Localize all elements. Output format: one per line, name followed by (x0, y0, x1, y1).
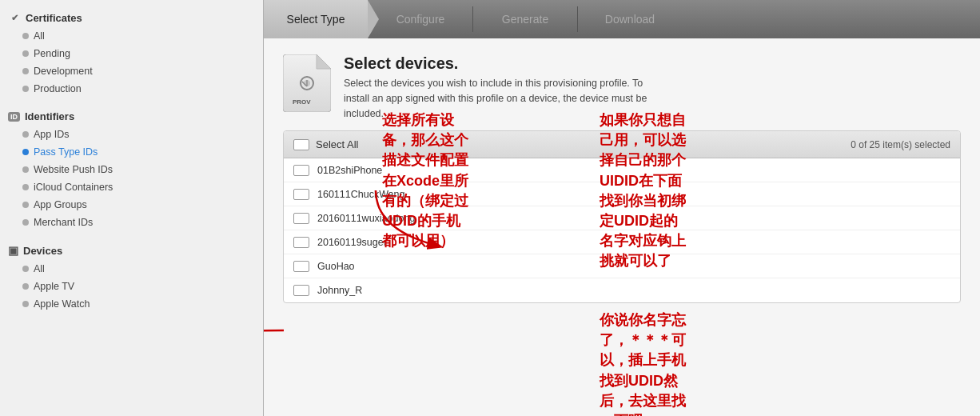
bullet-icon (22, 266, 29, 272)
device-icon: ▣ (8, 244, 18, 257)
table-header: Select All 0 of 25 item(s) selected (284, 131, 960, 158)
content-inner: PROV Select devices. Select the devices … (264, 38, 980, 416)
certificates-section: ✔ Certificates (0, 6, 263, 27)
svg-text:PROV: PROV (293, 98, 311, 106)
bullet-icon (22, 33, 29, 39)
identifiers-section: ID Identifiers (0, 106, 263, 126)
devices-section: ▣ Devices (0, 239, 263, 260)
bullet-icon (22, 301, 29, 307)
step-download[interactable]: Download (578, 0, 682, 38)
main-content: Select Type Configure Generate Download (264, 0, 980, 416)
sidebar-item-development[interactable]: Development (0, 62, 263, 80)
bullet-icon (22, 166, 29, 173)
device-name: 20160111wuxiaodong (317, 213, 415, 224)
provisioning-file-icon: PROV (283, 54, 331, 112)
sidebar-item-merchant-ids[interactable]: Merchant IDs (0, 214, 263, 231)
bullet-icon (22, 202, 29, 208)
step-configure-label: Configure (396, 13, 445, 26)
item-count-label: 0 of 25 item(s) selected (851, 139, 950, 150)
select-all-checkbox[interactable] (293, 139, 309, 150)
sidebar-item-pass-type-ids[interactable]: Pass Type IDs (0, 143, 263, 161)
step-download-label: Download (605, 13, 655, 26)
page-header-text: Select devices. Select the devices you w… (344, 54, 647, 121)
page-title: Select devices. (344, 54, 647, 73)
sidebar-item-website-push-ids[interactable]: Website Push IDs (0, 161, 263, 178)
sidebar-item-pending[interactable]: Pending (0, 45, 263, 62)
device-name: Johnny_R (317, 285, 362, 296)
sidebar-item-app-groups[interactable]: App Groups (0, 196, 263, 214)
sidebar-item-apple-tv[interactable]: Apple TV (0, 278, 263, 295)
bullet-icon (22, 131, 29, 138)
table-row[interactable]: Johnny_R (284, 278, 960, 302)
device-name: 01B2shiPhone (317, 165, 382, 176)
table-row[interactable]: 20160111wuxiaodong (284, 206, 960, 230)
certificate-icon: ✔ (8, 11, 21, 24)
table-row[interactable]: GuoHao (284, 254, 960, 278)
row-checkbox[interactable] (293, 165, 309, 176)
content-area: PROV Select devices. Select the devices … (264, 38, 980, 416)
step-generate-label: Generate (502, 13, 548, 26)
step-configure[interactable]: Configure (368, 0, 472, 38)
row-checkbox[interactable] (293, 213, 309, 224)
page-description: Select the devices you wish to include i… (344, 76, 647, 121)
bullet-icon (22, 50, 29, 57)
certificates-label: Certificates (26, 12, 82, 24)
bullet-icon (22, 86, 29, 92)
table-row[interactable]: 01B2shiPhone (284, 158, 960, 182)
step-select-type[interactable]: Select Type (264, 0, 368, 38)
select-all-label: Select All (316, 138, 358, 150)
devices-label: Devices (23, 245, 62, 257)
bullet-icon (22, 219, 29, 226)
table-header-left: Select All (293, 138, 358, 150)
step-select-type-label: Select Type (287, 13, 345, 26)
bullet-icon (22, 149, 29, 155)
identifiers-label: Identifiers (25, 110, 74, 122)
sidebar-item-icloud-containers[interactable]: iCloud Containers (0, 178, 263, 196)
row-checkbox[interactable] (293, 285, 309, 296)
device-name: GuoHao (317, 261, 355, 272)
svg-point-1 (304, 80, 310, 86)
sidebar-item-app-ids[interactable]: App IDs (0, 126, 263, 143)
device-name: 20160119suger (317, 237, 387, 248)
row-checkbox[interactable] (293, 237, 309, 248)
id-badge-icon: ID (8, 112, 20, 122)
device-name: 160111ChuckWang (317, 189, 404, 200)
row-checkbox[interactable] (293, 189, 309, 200)
sidebar: ✔ Certificates All Pending Development P… (0, 0, 264, 416)
sidebar-item-all-devices[interactable]: All (0, 260, 263, 278)
bullet-icon (22, 283, 29, 290)
wizard-steps-bar: Select Type Configure Generate Download (264, 0, 980, 38)
sidebar-item-all-certs[interactable]: All (0, 27, 263, 45)
page-header: PROV Select devices. Select the devices … (283, 54, 961, 121)
table-row[interactable]: 20160119suger (284, 230, 960, 254)
sidebar-item-production[interactable]: Production (0, 80, 263, 98)
table-row[interactable]: 160111ChuckWang (284, 182, 960, 206)
bullet-icon (22, 184, 29, 190)
sidebar-item-apple-watch[interactable]: Apple Watch (0, 295, 263, 313)
device-table: Select All 0 of 25 item(s) selected 01B2… (283, 130, 961, 303)
step-generate[interactable]: Generate (473, 0, 577, 38)
bullet-icon (22, 68, 29, 74)
row-checkbox[interactable] (293, 261, 309, 272)
